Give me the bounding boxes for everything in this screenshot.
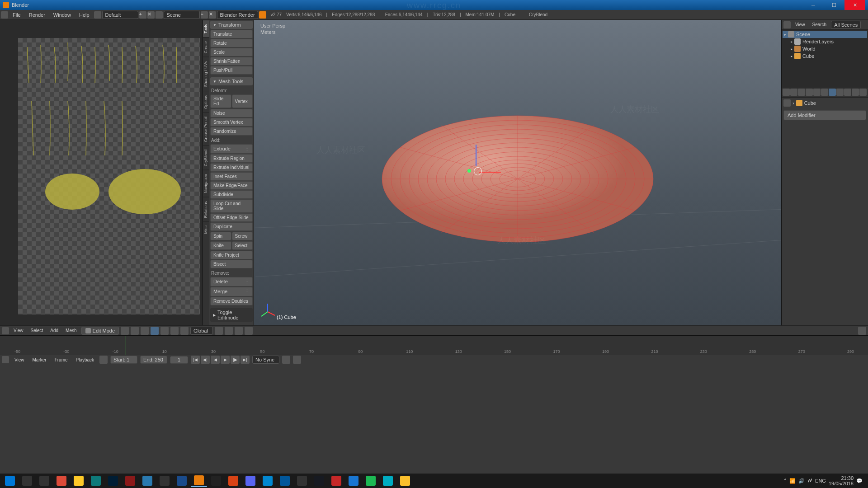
render-engine-dropdown[interactable]: Blender Render [217, 11, 258, 19]
tab-tools[interactable]: Tools [203, 20, 209, 37]
select-face-icon[interactable] [160, 327, 169, 335]
push-pull-button[interactable]: Push/Pull [210, 66, 253, 75]
extrude-button[interactable]: Extrude⋮ [210, 144, 253, 154]
prop-tab-render-icon[interactable] [783, 89, 790, 96]
spin-button[interactable]: Spin [210, 232, 231, 240]
extrude-individual-button[interactable]: Extrude Individual [210, 163, 253, 172]
taskbar-chrome-icon[interactable] [53, 474, 70, 487]
prop-tab-world-icon[interactable] [806, 89, 813, 96]
tree-item-scene[interactable]: ▸Scene [783, 31, 867, 38]
inset-faces-button[interactable]: Inset Faces [210, 172, 253, 181]
taskbar-spotify-icon[interactable] [363, 474, 379, 487]
back-to-prev-icon[interactable] [94, 11, 101, 19]
pivot-icon[interactable] [131, 327, 139, 335]
knife-button[interactable]: Knife [210, 241, 231, 250]
tl-menu-marker[interactable]: Marker [30, 357, 49, 363]
tl-menu-frame[interactable]: Frame [52, 357, 71, 363]
tl-range-icon[interactable] [99, 356, 108, 364]
scene-browse-icon[interactable] [156, 11, 163, 19]
translate-button[interactable]: Translate [210, 30, 253, 38]
taskbar-blender-icon[interactable] [191, 474, 207, 487]
menu-file[interactable]: File [9, 11, 24, 19]
timeline-cursor[interactable] [126, 336, 126, 355]
screw-button[interactable]: Screw [232, 232, 253, 240]
delete-scene-icon[interactable]: ✕ [209, 11, 216, 19]
jump-end-button[interactable]: ▶| [241, 356, 250, 364]
jump-start-button[interactable]: |◀ [191, 356, 200, 364]
menu-window[interactable]: Window [50, 11, 75, 19]
taskbar-app9-icon[interactable] [380, 474, 396, 487]
select-edge-icon[interactable] [151, 327, 159, 335]
prop-tab-material-icon[interactable] [844, 89, 851, 96]
taskbar-unity-icon[interactable] [208, 474, 224, 487]
snap-type-icon[interactable] [235, 327, 243, 335]
taskbar-maya-icon[interactable] [88, 474, 104, 487]
extrude-region-button[interactable]: Extrude Region [210, 154, 253, 163]
tree-item-cube[interactable]: ▸Cube [783, 52, 867, 60]
autokey-icon[interactable] [282, 356, 290, 364]
uv-canvas[interactable] [0, 20, 203, 325]
subdivide-button[interactable]: Subdivide [210, 190, 253, 199]
screen-layout-dropdown[interactable]: Default [102, 11, 138, 19]
proportional-icon[interactable] [180, 327, 189, 335]
3d-menu-select[interactable]: Select [28, 327, 46, 334]
layers-icon[interactable] [245, 327, 253, 335]
sync-dropdown[interactable]: No Sync [252, 356, 279, 364]
tab-relations[interactable]: Relations [203, 197, 209, 222]
rotate-button[interactable]: Rotate [210, 39, 253, 47]
tab-grease-pencil[interactable]: Grease Pencil [203, 113, 209, 146]
menu-render[interactable]: Render [25, 11, 49, 19]
randomize-button[interactable]: Randomize [210, 127, 253, 136]
taskbar-taskview-icon[interactable] [36, 474, 52, 487]
play-reverse-button[interactable]: ◀ [211, 356, 220, 364]
3d-menu-view[interactable]: View [11, 327, 26, 334]
outliner-filter-dd[interactable]: All Scenes [831, 21, 861, 29]
meshtools-header[interactable]: ▼Mesh Tools [210, 77, 253, 85]
taskbar-photoshop-icon[interactable] [105, 474, 121, 487]
taskbar-github-icon[interactable] [294, 474, 310, 487]
snap-icon[interactable] [225, 327, 233, 335]
add-scene-icon[interactable]: + [201, 11, 208, 19]
taskbar-app7-icon[interactable] [328, 474, 344, 487]
taskbar-app1-icon[interactable] [122, 474, 138, 487]
tray-notifications-icon[interactable]: 💬 [856, 478, 863, 484]
prop-tab-physics-icon[interactable] [859, 89, 867, 96]
prop-tab-constraints-icon[interactable] [821, 89, 828, 96]
taskbar-start-icon[interactable] [2, 474, 18, 487]
play-button[interactable]: ▶ [221, 356, 230, 364]
add-modifier-dropdown[interactable]: Add Modifier [783, 110, 866, 120]
prop-tab-modifiers-icon[interactable] [829, 89, 836, 96]
3d-menu-add[interactable]: Add [47, 327, 61, 334]
shrink-fatten-button[interactable]: Shrink/Fatten [210, 57, 253, 66]
editor-type-icon[interactable] [1, 11, 8, 19]
remove-doubles-button[interactable]: Remove Doubles [210, 297, 253, 305]
system-tray[interactable]: ˄ 📶 🔊 🗲 ENG 21:30 19/05/2018 💬 [784, 475, 866, 486]
timeline-type-icon[interactable] [2, 356, 9, 363]
3dview-type-icon[interactable] [2, 327, 9, 334]
tab-misc[interactable]: Misc [203, 221, 209, 238]
scene-dropdown[interactable]: Scene [164, 11, 200, 19]
keying-set-icon[interactable] [293, 356, 301, 364]
taskbar-app5-icon[interactable] [259, 474, 276, 487]
maximize-button[interactable]: ☐ [824, 0, 844, 10]
taskbar-zbrush-icon[interactable] [156, 474, 173, 487]
taskbar-app4-icon[interactable] [225, 474, 241, 487]
prop-tab-scene-icon[interactable] [798, 89, 805, 96]
taskbar-steam-icon[interactable] [311, 474, 327, 487]
taskbar-clock[interactable]: 21:30 19/05/2018 [829, 475, 854, 486]
outliner-search[interactable]: Search [810, 21, 830, 28]
tray-chevron-icon[interactable]: ˄ [784, 478, 787, 484]
end-frame-field[interactable]: End: 250 [140, 356, 167, 364]
delete-layout-icon[interactable]: ✕ [147, 11, 155, 19]
slide-edge-button[interactable]: Slide Ed [210, 94, 231, 108]
keyframe-prev-button[interactable]: ◀| [201, 356, 210, 364]
prop-tab-layers-icon[interactable] [790, 89, 797, 96]
taskbar-app8-icon[interactable] [345, 474, 362, 487]
tab-shading-uvs[interactable]: Shading / UVs [203, 57, 209, 91]
current-frame-field[interactable]: 1 [170, 356, 188, 364]
smooth-vertex-button[interactable]: Smooth Vertex [210, 118, 253, 127]
toggle-editmode[interactable]: ▶Toggle Editmode [210, 308, 253, 322]
manipulator-icon[interactable] [215, 327, 223, 335]
timeline-ruler[interactable]: -50-30-101030507090110130150170190210230… [0, 336, 868, 355]
prop-tab-texture-icon[interactable] [852, 89, 859, 96]
